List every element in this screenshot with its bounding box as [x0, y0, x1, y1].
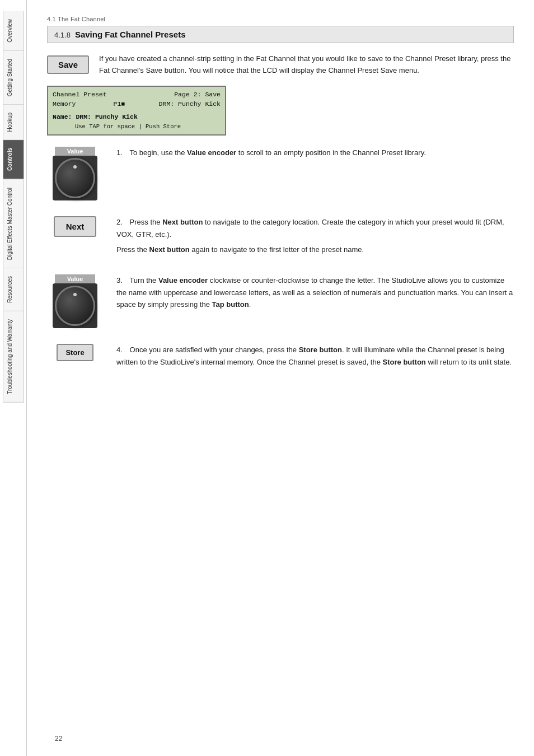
encoder-container-3: Value	[53, 274, 97, 328]
section-title: Saving Fat Channel Presets	[75, 30, 186, 39]
lcd-line3: Name: DRM: Punchy Kick	[53, 112, 221, 122]
step-control-3: Value	[47, 274, 103, 328]
step-text-3: 3. Turn the Value encoder clockwise or c…	[116, 274, 514, 310]
step-text-2: 2. Press the Next button to navigate to …	[116, 216, 514, 240]
step-content-2: 2. Press the Next button to navigate to …	[116, 216, 514, 259]
store-button[interactable]: Store	[57, 344, 93, 361]
page-number: 22	[55, 735, 62, 743]
sidebar-tab-3[interactable]: Controls	[3, 140, 24, 179]
encoder-label-1: Value	[55, 147, 95, 156]
step-content-3: 3. Turn the Value encoder clockwise or c…	[116, 274, 514, 314]
section-meta: 4.1 The Fat Channel	[47, 16, 514, 22]
section-title-bar: 4.1.8 Saving Fat Channel Presets	[47, 26, 514, 43]
sidebar-tab-5[interactable]: Resources	[3, 268, 24, 311]
lcd-line2: Memory P1■ DRM: Punchy Kick	[53, 99, 221, 109]
step-control-1: Value	[47, 147, 103, 200]
sidebar: OverviewGetting StartedHookupControlsDig…	[0, 0, 27, 756]
lcd-line1-left: Channel Preset	[53, 90, 107, 99]
section-number: 4.1.8	[54, 31, 71, 39]
encoder-knob-1[interactable]	[55, 158, 95, 198]
encoder-knob-3[interactable]	[55, 286, 95, 326]
lcd-line4: Use TAP for space | Push Store	[53, 123, 221, 132]
lcd-preset-name: DRM: Punchy Kick	[159, 99, 221, 109]
step-row-3: Value3. Turn the Value encoder clockwise…	[47, 274, 514, 328]
sidebar-tab-0[interactable]: Overview	[3, 11, 24, 51]
lcd-line1: Channel Preset Page 2: Save	[53, 90, 221, 99]
step-row-1: Value1. To begin, use the Value encoder …	[47, 147, 514, 200]
step-content-4: 4. Once you are satisfied with your chan…	[116, 344, 514, 371]
step-text2-2: Press the Next button again to navigate …	[116, 244, 514, 255]
step-row-4: Store4. Once you are satisfied with your…	[47, 344, 514, 371]
intro-row: Save If you have created a channel-strip…	[47, 53, 514, 77]
next-button[interactable]: Next	[54, 216, 97, 237]
sidebar-tab-1[interactable]: Getting Started	[3, 51, 24, 105]
lcd-display: Channel Preset Page 2: Save Memory P1■ D…	[47, 86, 226, 136]
lcd-memory-value: P1■	[110, 99, 125, 109]
sidebar-tab-2[interactable]: Hookup	[3, 105, 24, 140]
encoder-outer-3	[53, 283, 97, 328]
step-text-4: 4. Once you are satisfied with your chan…	[116, 344, 514, 368]
encoder-outer-1	[53, 156, 97, 200]
save-button[interactable]: Save	[47, 55, 89, 74]
lcd-memory-label: Memory	[53, 99, 76, 109]
step-row-2: Next2. Press the Next button to navigate…	[47, 216, 514, 259]
intro-text: If you have created a channel-strip sett…	[99, 53, 514, 77]
step-control-2: Next	[47, 216, 103, 237]
main-content: 4.1 The Fat Channel 4.1.8 Saving Fat Cha…	[27, 0, 534, 756]
steps-container: Value1. To begin, use the Value encoder …	[47, 147, 514, 371]
lcd-line1-right: Page 2: Save	[174, 90, 221, 99]
encoder-label-3: Value	[55, 274, 95, 283]
step-control-4: Store	[47, 344, 103, 361]
sidebar-tab-4[interactable]: Digital Effects Master Control	[3, 180, 24, 268]
step-text-1: 1. To begin, use the Value encoder to sc…	[116, 147, 514, 158]
encoder-container-1: Value	[53, 147, 97, 200]
step-content-1: 1. To begin, use the Value encoder to sc…	[116, 147, 514, 162]
sidebar-tab-6[interactable]: Troubleshooting and Warranty	[3, 311, 24, 403]
